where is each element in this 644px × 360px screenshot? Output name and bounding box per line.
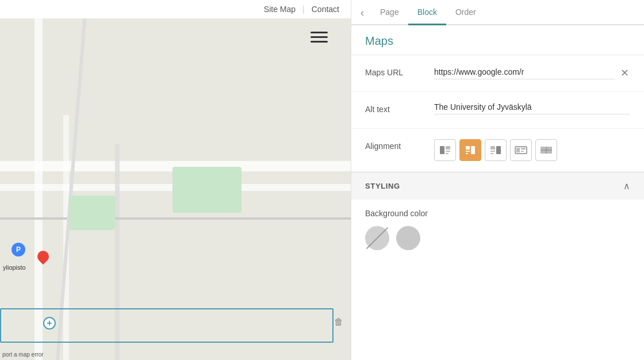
svg-rect-8 bbox=[69, 196, 115, 230]
section-title: Maps bbox=[351, 25, 644, 55]
styling-header-label: STYLING bbox=[365, 182, 400, 190]
svg-rect-11 bbox=[446, 146, 450, 150]
top-nav: Site Map | Contact bbox=[0, 0, 351, 18]
svg-rect-19 bbox=[490, 151, 495, 152]
left-panel: Site Map | Contact P bbox=[0, 0, 351, 360]
swatch-none[interactable] bbox=[365, 226, 389, 250]
styling-header[interactable]: STYLING ∧ bbox=[351, 173, 644, 200]
svg-rect-18 bbox=[490, 146, 495, 150]
svg-rect-24 bbox=[521, 148, 526, 150]
svg-rect-15 bbox=[466, 151, 470, 152]
tab-page[interactable]: Page bbox=[371, 1, 408, 25]
maps-url-value: ✕ bbox=[434, 66, 630, 81]
alt-text-field-row: Alt text bbox=[351, 92, 644, 129]
svg-rect-9 bbox=[172, 167, 241, 213]
map-block-add-button[interactable]: + bbox=[43, 317, 56, 330]
site-map-link[interactable]: Site Map bbox=[264, 5, 296, 14]
alt-text-input[interactable] bbox=[434, 102, 630, 114]
tab-back-button[interactable]: ‹ bbox=[361, 6, 371, 19]
maps-url-input[interactable] bbox=[434, 67, 615, 79]
contact-link[interactable]: Contact bbox=[312, 5, 339, 14]
parking-icon: P bbox=[12, 243, 25, 256]
tab-block[interactable]: Block bbox=[408, 1, 446, 25]
hamburger-line-3 bbox=[310, 41, 328, 43]
styling-section: STYLING ∧ Background color bbox=[351, 172, 644, 259]
nav-separator: | bbox=[302, 5, 305, 14]
alignment-right-col-button[interactable] bbox=[485, 139, 507, 161]
alignment-field-row: Alignment bbox=[351, 129, 644, 172]
alt-text-label: Alt text bbox=[365, 102, 434, 114]
svg-rect-14 bbox=[466, 146, 470, 150]
map-location-label: yliopisto bbox=[3, 264, 26, 271]
bg-color-label: Background color bbox=[365, 209, 630, 218]
styling-body: Background color bbox=[351, 200, 644, 259]
right-panel: ‹ Page Block Order Maps Maps URL ✕ Alt t… bbox=[351, 0, 644, 360]
svg-rect-10 bbox=[440, 146, 444, 154]
maps-url-clear-button[interactable]: ✕ bbox=[619, 66, 630, 81]
hamburger-line-2 bbox=[310, 36, 328, 38]
tabs-header: ‹ Page Block Order bbox=[351, 0, 644, 25]
alignment-center-col-button[interactable] bbox=[459, 139, 481, 161]
color-swatches bbox=[365, 226, 630, 250]
map-error-label: port a map error bbox=[2, 351, 44, 358]
alignment-options-container bbox=[434, 139, 630, 161]
styling-chevron-icon: ∧ bbox=[623, 181, 630, 192]
alignment-options bbox=[434, 139, 557, 161]
swatch-light-gray[interactable] bbox=[396, 226, 420, 250]
maps-url-label: Maps URL bbox=[365, 66, 434, 77]
map-area: P yliopisto port a map error + 🗑 bbox=[0, 0, 351, 360]
alignment-label: Alignment bbox=[365, 139, 434, 151]
maps-url-field-row: Maps URL ✕ bbox=[351, 55, 644, 92]
map-roads-svg bbox=[0, 0, 351, 360]
svg-rect-16 bbox=[466, 153, 468, 154]
map-block-delete-button[interactable]: 🗑 bbox=[331, 315, 346, 330]
alignment-left-col-button[interactable] bbox=[434, 139, 456, 161]
fields-area: Maps URL ✕ Alt text Alignment bbox=[351, 55, 644, 172]
svg-rect-17 bbox=[471, 146, 475, 154]
svg-rect-21 bbox=[496, 146, 501, 154]
alignment-wide-button[interactable] bbox=[510, 139, 532, 161]
tab-order[interactable]: Order bbox=[446, 1, 485, 25]
alignment-full-button[interactable] bbox=[535, 139, 557, 161]
svg-rect-13 bbox=[446, 153, 448, 154]
svg-rect-25 bbox=[521, 151, 524, 152]
alt-text-value bbox=[434, 102, 630, 114]
svg-rect-23 bbox=[516, 148, 520, 152]
hamburger-button[interactable] bbox=[310, 32, 328, 43]
svg-rect-20 bbox=[490, 153, 493, 154]
svg-rect-12 bbox=[446, 151, 450, 152]
hamburger-line-1 bbox=[310, 32, 328, 33]
svg-rect-3 bbox=[34, 0, 43, 360]
